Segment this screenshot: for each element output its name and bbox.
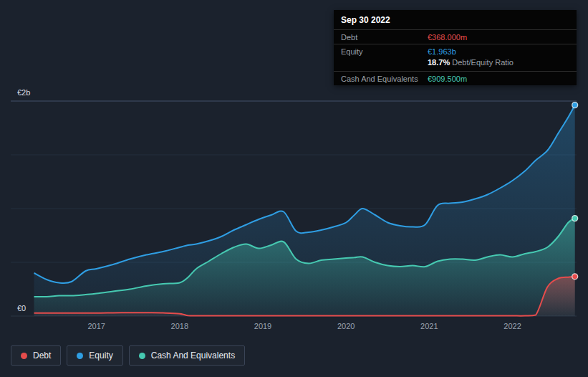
x-axis-label-2018: 2018: [171, 322, 188, 330]
equity-series-dot-icon: [77, 353, 83, 359]
x-axis-label-2020: 2020: [337, 322, 355, 330]
x-axis-label-2019: 2019: [254, 322, 271, 330]
y-axis-label-top: €2b: [17, 88, 30, 97]
tooltip-equity-row: Equity €1.963b: [334, 44, 577, 58]
tooltip-cash-row: Cash And Equivalents €909.500m: [334, 72, 577, 85]
x-axis-label-2022: 2022: [503, 322, 521, 330]
tooltip-debt-label: Debt: [341, 33, 428, 42]
tooltip-ratio-label: Debt/Equity Ratio: [452, 58, 514, 67]
legend-equity-label: Equity: [89, 350, 112, 361]
tooltip-debt-equity-ratio: 18.7% Debt/Equity Ratio: [334, 58, 577, 72]
x-axis-label-2017: 2017: [87, 322, 105, 330]
y-axis-label-bottom: €0: [17, 304, 26, 312]
tooltip-cash-value: €909.500m: [428, 75, 467, 83]
legend-item-equity[interactable]: Equity: [67, 345, 122, 366]
legend-debt-label: Debt: [33, 350, 51, 361]
tooltip-equity-value: €1.963b: [428, 47, 456, 56]
tooltip-ratio-value: 18.7%: [428, 58, 450, 67]
tooltip-debt-row: Debt €368.000m: [334, 30, 577, 44]
debt-series-dot-icon: [21, 353, 27, 359]
chart-legend: Debt Equity Cash And Equivalents: [11, 345, 245, 366]
tooltip-debt-value: €368.000m: [428, 33, 467, 42]
legend-cash-label: Cash And Equivalents: [151, 350, 235, 361]
tooltip-date: Sep 30 2022: [334, 10, 577, 30]
tooltip-cash-label: Cash And Equivalents: [341, 75, 428, 83]
legend-item-debt[interactable]: Debt: [11, 345, 61, 366]
x-axis-label-2021: 2021: [420, 322, 438, 330]
legend-item-cash[interactable]: Cash And Equivalents: [129, 345, 245, 366]
tooltip-equity-label: Equity: [341, 47, 428, 56]
cash-series-dot-icon: [139, 353, 145, 359]
chart-tooltip: Sep 30 2022 Debt €368.000m Equity €1.963…: [334, 10, 577, 85]
